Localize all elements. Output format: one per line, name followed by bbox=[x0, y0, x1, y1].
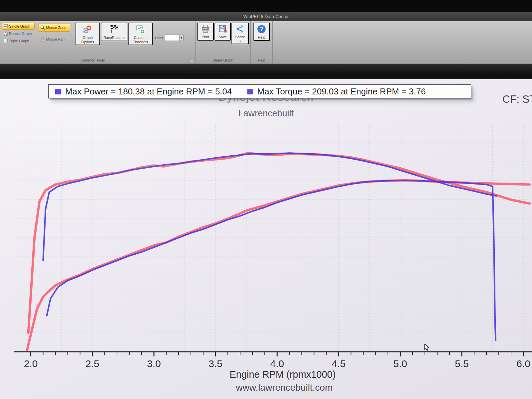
triple-graph-button[interactable]: Triple Graph bbox=[2, 38, 35, 44]
custom-channels-button[interactable]: Custom Channels bbox=[128, 23, 153, 45]
dyno-curve-0 bbox=[28, 153, 529, 333]
magnifier-icon bbox=[40, 25, 45, 30]
x-tick-label: 6.0 bbox=[516, 358, 530, 369]
share-graph-group-label: Share Graph bbox=[212, 58, 233, 62]
x-tick-label: 3.5 bbox=[208, 358, 222, 369]
torque-legend-marker bbox=[247, 89, 253, 94]
graph-view-buttons: Single Graph Double Graph Triple Graph bbox=[1, 23, 35, 45]
units-control: Units ▾ bbox=[155, 35, 184, 41]
checkered-flag-icon bbox=[110, 25, 118, 34]
help-group-label: Help bbox=[258, 58, 265, 62]
share-graph-group: Print Save bbox=[196, 21, 251, 64]
website-footer: www.lawrencebuilt.com bbox=[0, 382, 532, 393]
x-tick-label: 2.0 bbox=[24, 358, 38, 369]
max-values-banner: Max Power = 180.38 at Engine RPM = 5.04 … bbox=[48, 84, 471, 98]
power-legend-marker bbox=[55, 89, 61, 94]
units-dropdown[interactable]: ▾ bbox=[165, 35, 184, 41]
hand-icon bbox=[40, 37, 45, 42]
share-icon bbox=[236, 25, 244, 33]
single-graph-icon bbox=[4, 24, 8, 28]
double-graph-icon bbox=[4, 32, 8, 36]
window-title: WinPEP 8 Data Center bbox=[243, 14, 289, 19]
save-button[interactable]: Save bbox=[214, 23, 231, 41]
mouse-zoom-button[interactable]: Mouse Zoom bbox=[39, 24, 70, 32]
max-torque-text: Max Torque = 209.03 at Engine RPM = 3.76 bbox=[257, 86, 426, 97]
x-tick-label: 2.5 bbox=[85, 358, 99, 369]
chevron-down-icon: ▾ bbox=[179, 35, 183, 41]
monitor-bezel bbox=[0, 0, 532, 12]
chevron-down-icon: ▾ bbox=[239, 40, 241, 43]
graph-panel: Max Power = 180.38 at Engine RPM = 5.04 … bbox=[0, 79, 532, 399]
ribbon-empty-space bbox=[273, 21, 532, 64]
dyno-chart[interactable]: 2.02.53.03.54.04.55.05.56.0 bbox=[0, 122, 532, 370]
x-tick-label: 5.0 bbox=[393, 358, 407, 369]
ribbon-toolbar: Single Graph Double Graph Triple Graph bbox=[0, 21, 532, 64]
print-button[interactable]: Print bbox=[197, 23, 214, 41]
dyno-curve-1 bbox=[27, 180, 530, 350]
mouse-pan-button[interactable]: Mouse Pan bbox=[39, 35, 70, 43]
dialog-launcher-icon[interactable]: ↘ bbox=[189, 58, 194, 62]
x-tick-label: 3.0 bbox=[147, 358, 161, 369]
max-power-text: Max Power = 180.38 at Engine RPM = 5.04 bbox=[65, 86, 232, 97]
x-tick-label: 4.0 bbox=[270, 358, 284, 369]
help-group: ? Help Help bbox=[251, 21, 273, 64]
x-tick-label: 4.5 bbox=[332, 358, 346, 369]
svg-text:?: ? bbox=[260, 26, 263, 32]
triple-graph-icon bbox=[4, 39, 8, 43]
printer-icon bbox=[201, 25, 210, 33]
window-titlebar: WinPEP 8 Data Center bbox=[0, 12, 532, 21]
gear-icon bbox=[83, 25, 92, 34]
dyno-curve-2 bbox=[43, 153, 496, 261]
x-tick-label: 5.5 bbox=[455, 358, 469, 369]
content-separator bbox=[0, 64, 532, 79]
help-button[interactable]: ? Help bbox=[253, 23, 270, 41]
graph-options-button[interactable]: Graph Options bbox=[75, 23, 100, 45]
help-icon: ? bbox=[257, 25, 266, 34]
share-button[interactable]: Share ▾ bbox=[231, 23, 249, 44]
common-tools-group-label: Common Tools bbox=[80, 58, 105, 62]
x-axis-label: Engine RPM (rpmx1000) bbox=[17, 369, 532, 380]
raceroutine-button[interactable]: RaceRoutine bbox=[101, 23, 127, 41]
double-graph-button[interactable]: Double Graph bbox=[2, 30, 35, 37]
floppy-save-icon bbox=[218, 25, 227, 33]
common-tools-group: Single Graph Double Graph Triple Graph bbox=[0, 21, 196, 64]
mouse-mode-buttons: Mouse Zoom Mouse Pan bbox=[38, 23, 71, 44]
single-graph-button[interactable]: Single Graph bbox=[2, 23, 35, 30]
chart-subtitle: Lawrencebuilt bbox=[0, 108, 532, 119]
custom-channels-icon bbox=[136, 25, 145, 34]
correction-factor-label: CF: ST bbox=[502, 93, 532, 105]
mouse-cursor bbox=[424, 344, 430, 351]
